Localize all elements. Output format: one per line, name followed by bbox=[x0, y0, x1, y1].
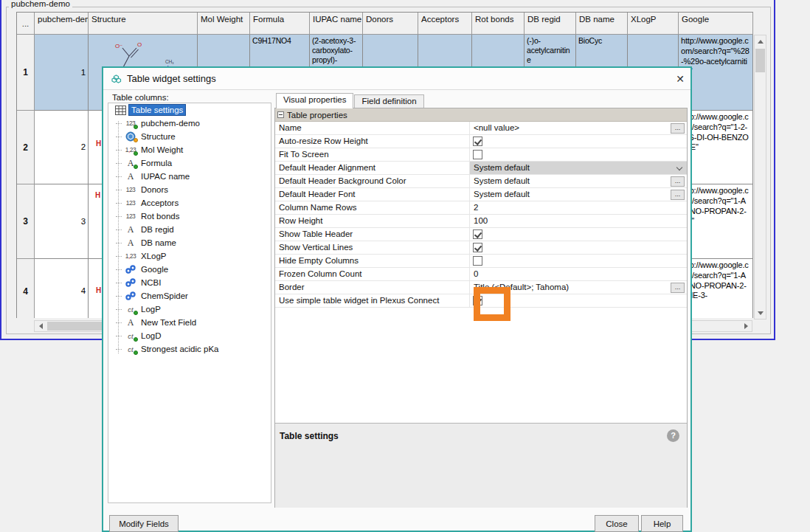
prop-value-frozen-column-count[interactable]: 0 bbox=[470, 268, 687, 280]
column-header-mol-weight[interactable]: Mol Weight bbox=[198, 13, 250, 35]
vertical-scroll-thumb[interactable] bbox=[755, 49, 765, 72]
text-field-icon: A bbox=[122, 237, 139, 249]
prop-label: Default Header Background Color bbox=[275, 175, 470, 187]
ellipsis-button[interactable]: ... bbox=[671, 190, 685, 200]
ellipsis-button[interactable]: ... bbox=[671, 176, 685, 187]
grid-corner-button[interactable]: ... bbox=[17, 13, 35, 35]
tree-item-formula[interactable]: AFormula bbox=[108, 156, 271, 170]
help-icon[interactable]: ? bbox=[667, 429, 679, 442]
checkbox-show-vertical-lines[interactable] bbox=[473, 243, 482, 252]
structure-field-icon bbox=[122, 131, 139, 142]
column-header-db-regid[interactable]: DB regid bbox=[525, 13, 576, 35]
prop-row-default-header-alignment: Default Header AlignmentSystem default bbox=[275, 162, 687, 175]
prop-label: Default Header Font bbox=[275, 188, 470, 201]
prop-row-column-name-rows: Column Name Rows2 bbox=[275, 201, 687, 215]
prop-value-column-name-rows[interactable]: 2 bbox=[470, 201, 687, 214]
checkbox-hide-empty-columns[interactable] bbox=[473, 256, 482, 266]
tree-item-strongest-acidic-pka[interactable]: ctStrongest acidic pKa bbox=[108, 342, 271, 356]
cell-pubchem-demo-row2[interactable]: 2 bbox=[35, 111, 89, 184]
prop-value-show-table-header[interactable] bbox=[470, 228, 687, 241]
tab-field-definition[interactable]: Field definition bbox=[354, 94, 423, 108]
table-properties-section-header[interactable]: Table properties bbox=[275, 108, 687, 122]
row-header-4[interactable]: 4 bbox=[17, 259, 35, 318]
prop-value-default-header-font[interactable]: System default... bbox=[470, 188, 687, 201]
column-header-rot-bonds[interactable]: Rot bonds bbox=[472, 13, 525, 35]
checkbox-auto-resize-row-height[interactable] bbox=[473, 137, 482, 146]
ellipsis-button[interactable]: ... bbox=[671, 283, 685, 293]
row-header-3[interactable]: 3 bbox=[17, 184, 35, 259]
column-header-google[interactable]: Google bbox=[679, 13, 753, 35]
column-header-pubchem-demo[interactable]: pubchem-demo bbox=[35, 13, 89, 35]
cell-pubchem-demo-row4[interactable]: 4 bbox=[35, 259, 89, 318]
tree-item-label: Strongest acidic pKa bbox=[139, 344, 221, 354]
tree-item-pubchem-demo[interactable]: 123pubchem-demo bbox=[108, 117, 271, 130]
tree-item-iupac-name[interactable]: AIUPAC name bbox=[108, 170, 271, 183]
ct-field-green-icon: ct bbox=[122, 330, 139, 342]
column-header-xlogp[interactable]: XLogP bbox=[628, 13, 679, 35]
tree-item-label: Mol Weight bbox=[139, 145, 185, 155]
help-button[interactable]: Help bbox=[641, 515, 683, 532]
tree-item-xlogp[interactable]: 1,23XLogP bbox=[108, 249, 271, 263]
cell-pubchem-demo-row3[interactable]: 3 bbox=[35, 184, 89, 259]
prop-value-hide-empty-columns[interactable] bbox=[470, 255, 687, 267]
prop-label: Use simple table widget in Plexus Connec… bbox=[275, 294, 470, 307]
cell-pubchem-demo-row1[interactable]: 1 bbox=[35, 35, 89, 111]
ellipsis-button[interactable]: ... bbox=[671, 123, 685, 134]
tree-item-label: New Text Field bbox=[139, 317, 198, 328]
column-header-iupac-name[interactable]: IUPAC name bbox=[310, 13, 363, 35]
tree-item-rot-bonds[interactable]: 123Rot bonds bbox=[108, 210, 271, 223]
modify-fields-button[interactable]: Modify Fields bbox=[109, 515, 179, 532]
prop-value-default-header-alignment[interactable]: System default bbox=[470, 162, 687, 174]
tree-item-label: LogD bbox=[139, 331, 164, 341]
url-field-icon bbox=[122, 290, 139, 302]
chevron-down-icon[interactable] bbox=[676, 165, 682, 170]
scroll-right-button[interactable] bbox=[740, 321, 752, 331]
row-header-2[interactable]: 2 bbox=[17, 111, 35, 184]
checkbox-fit-to-screen[interactable] bbox=[473, 150, 482, 159]
partial-structure-atom: H bbox=[96, 139, 101, 148]
prop-value-fit-to-screen[interactable] bbox=[470, 148, 687, 161]
tree-item-table-settings[interactable]: Table settings bbox=[108, 103, 271, 117]
dec-field-icon: 1,23 bbox=[122, 250, 139, 262]
tree-item-logp[interactable]: ctLogP bbox=[108, 303, 271, 316]
tree-item-mol-weight[interactable]: 1,23Mol Weight bbox=[108, 143, 271, 156]
vertical-scrollbar[interactable] bbox=[754, 35, 766, 319]
column-header-structure[interactable]: Structure bbox=[89, 13, 198, 35]
tree-item-db-name[interactable]: ADB name bbox=[108, 236, 271, 249]
tree-item-ncbi[interactable]: NCBI bbox=[108, 276, 271, 289]
prop-label: Show Vertical Lines bbox=[275, 241, 470, 254]
prop-value-show-vertical-lines[interactable] bbox=[470, 241, 687, 254]
tree-item-chemspider[interactable]: ChemSpider bbox=[108, 289, 271, 303]
description-panel: Table settings ? bbox=[275, 423, 687, 508]
close-icon[interactable]: ✕ bbox=[671, 71, 689, 87]
column-header-db-name[interactable]: DB name bbox=[576, 13, 628, 35]
collapse-icon[interactable] bbox=[277, 111, 284, 118]
scroll-up-button[interactable] bbox=[755, 35, 766, 47]
tree-item-donors[interactable]: 123Donors bbox=[108, 183, 271, 196]
prop-row-default-header-font: Default Header FontSystem default... bbox=[275, 188, 687, 201]
tab-visual-properties[interactable]: Visual properties bbox=[276, 93, 353, 108]
scroll-down-button[interactable] bbox=[755, 307, 766, 319]
prop-value-name[interactable]: <null value>... bbox=[470, 122, 687, 134]
tree-item-google[interactable]: Google bbox=[108, 263, 271, 276]
prop-value-auto-resize-row-height[interactable] bbox=[470, 135, 687, 148]
text-field-icon: A bbox=[122, 170, 139, 182]
prop-row-hide-empty-columns: Hide Empty Columns bbox=[275, 255, 687, 268]
column-header-formula[interactable]: Formula bbox=[250, 13, 310, 35]
tree-item-new-text-field[interactable]: ANew Text Field bbox=[108, 316, 271, 329]
tree-item-acceptors[interactable]: 123Acceptors bbox=[108, 196, 271, 210]
tree-item-logd[interactable]: ctLogD bbox=[108, 329, 271, 342]
column-header-acceptors[interactable]: Acceptors bbox=[418, 13, 472, 35]
close-button[interactable]: Close bbox=[595, 515, 639, 532]
prop-label: Show Table Header bbox=[275, 228, 470, 241]
prop-value-default-header-background-color[interactable]: System default... bbox=[470, 175, 687, 187]
scroll-left-button[interactable] bbox=[35, 321, 46, 331]
svg-text:O: O bbox=[137, 41, 142, 48]
column-header-donors[interactable]: Donors bbox=[363, 13, 418, 35]
tree-item-label: LogP bbox=[139, 304, 163, 314]
tree-item-structure[interactable]: Structure bbox=[108, 130, 271, 143]
checkbox-show-table-header[interactable] bbox=[473, 229, 482, 239]
tree-item-db-regid[interactable]: ADB regid bbox=[108, 223, 271, 236]
row-header-1[interactable]: 1 bbox=[17, 35, 35, 111]
prop-value-row-height[interactable]: 100 bbox=[470, 215, 687, 227]
